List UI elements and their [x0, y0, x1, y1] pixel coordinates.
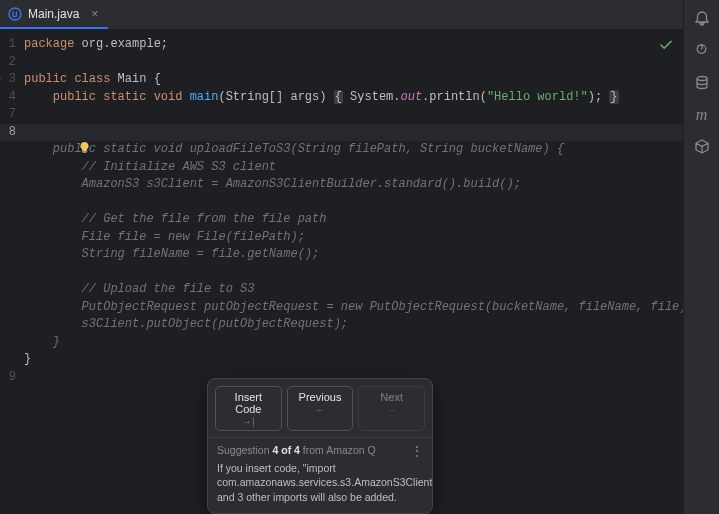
- close-tab-icon[interactable]: ×: [91, 7, 98, 21]
- package-icon[interactable]: [693, 138, 711, 156]
- svg-point-0: [9, 8, 21, 20]
- file-tab[interactable]: Main.java ×: [0, 0, 108, 29]
- maven-icon[interactable]: m: [693, 106, 711, 124]
- editor-tabs: Main.java ×: [0, 0, 683, 30]
- notifications-icon[interactable]: [693, 10, 711, 28]
- next-button[interactable]: Next→: [358, 386, 425, 431]
- intention-bulb-icon[interactable]: [6, 124, 19, 137]
- file-tab-label: Main.java: [28, 7, 79, 21]
- database-icon[interactable]: [693, 74, 711, 92]
- code-icon[interactable]: [693, 42, 711, 60]
- java-file-icon: [8, 7, 22, 21]
- suggestion-counter: Suggestion 4 of 4 from Amazon Q: [217, 444, 423, 456]
- suggestion-message: If you insert code, "import com.amazonaw…: [217, 461, 423, 504]
- svg-point-2: [697, 77, 707, 81]
- code-suggestion-popup: Insert Code→| Previous← Next→ ⋮ Suggesti…: [207, 378, 433, 514]
- insert-code-button[interactable]: Insert Code→|: [215, 386, 282, 431]
- kebab-menu-icon[interactable]: ⋮: [410, 444, 424, 458]
- gutter: 1 2 3 4 7 8 9: [0, 30, 24, 514]
- right-toolbar: m: [683, 0, 719, 514]
- previous-button[interactable]: Previous←: [287, 386, 354, 431]
- svg-rect-1: [83, 152, 87, 153]
- code-editor[interactable]: 1 2 3 4 7 8 9 package org.example;: [0, 30, 683, 514]
